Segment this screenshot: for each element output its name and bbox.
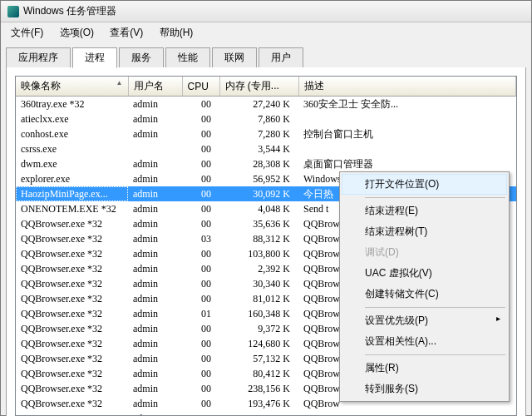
titlebar[interactable]: Windows 任务管理器 [1, 1, 531, 22]
tab-performance[interactable]: 性能 [165, 47, 210, 67]
cell-image: QQBrowser.exe *32 [16, 276, 128, 291]
menu-help[interactable]: 帮助(H) [153, 24, 200, 42]
tab-processes[interactable]: 进程 [72, 47, 117, 68]
cell-mem: 3,544 K [219, 141, 298, 156]
context-menu: 打开文件位置(O) 结束进程(E) 结束进程树(T) 调试(D) UAC 虚拟化… [339, 171, 510, 402]
cell-user: admin [128, 111, 182, 126]
cell-cpu: 00 [182, 396, 219, 411]
cell-mem: 30,340 K [219, 276, 298, 291]
cell-desc [298, 111, 516, 126]
menu-end-process-tree[interactable]: 结束进程树(T) [342, 221, 507, 242]
cell-mem: 28,308 K [219, 156, 298, 171]
cell-mem: 80,412 K [219, 366, 298, 381]
cell-user: admin [128, 291, 182, 306]
cell-user: admin [128, 261, 182, 276]
cell-user: admin [128, 411, 182, 416]
cell-user: admin [128, 306, 182, 321]
table-row[interactable]: conhost.exeadmin007,280 K控制台窗口主机 [16, 126, 516, 141]
cell-image: explorer.exe [16, 171, 128, 186]
menubar: 文件(F) 选项(O) 查看(V) 帮助(H) [1, 22, 531, 43]
cell-mem: 27,240 K [219, 97, 298, 112]
cell-image: QQBrowser.exe *32 [16, 216, 128, 231]
menu-create-dump[interactable]: 创建转储文件(C) [342, 284, 507, 305]
cell-cpu: 00 [182, 366, 219, 381]
cell-mem: 160,348 K [219, 306, 298, 321]
menu-file[interactable]: 文件(F) [4, 24, 50, 42]
menu-view[interactable]: 查看(V) [103, 24, 150, 42]
tab-services[interactable]: 服务 [119, 47, 164, 67]
tab-networking[interactable]: 联网 [212, 47, 257, 67]
menu-options[interactable]: 选项(O) [53, 24, 101, 42]
menu-separator [365, 354, 505, 355]
menu-goto-service[interactable]: 转到服务(S) [342, 379, 507, 399]
cell-image: QQBrowser.exe *32 [16, 411, 128, 416]
tab-applications[interactable]: 应用程序 [6, 47, 71, 67]
menu-set-priority[interactable]: 设置优先级(P) [342, 310, 507, 331]
cell-image: QQBrowser.exe *32 [16, 306, 128, 321]
cell-mem: 238,156 K [219, 381, 298, 396]
menu-properties[interactable]: 属性(R) [342, 358, 507, 379]
cell-user: admin [128, 156, 182, 171]
cell-image: QQBrowser.exe *32 [16, 396, 128, 411]
cell-image: atieclxx.exe [16, 111, 128, 126]
tab-users[interactable]: 用户 [259, 47, 303, 67]
cell-mem: 124,680 K [219, 336, 298, 351]
cell-user: admin [128, 186, 182, 201]
cell-cpu: 00 [182, 171, 219, 186]
cell-cpu: 00 [182, 111, 219, 126]
table-header-row: 映像名称 用户名 CPU 内存 (专用... 描述 [16, 77, 516, 97]
cell-image: QQBrowser.exe *32 [16, 291, 128, 306]
cell-cpu: 00 [182, 186, 219, 201]
cell-cpu: 00 [182, 141, 219, 156]
cell-user: admin [128, 351, 182, 366]
table-row[interactable]: QQBrowser.exe *32admin00118,764 KQQBrow [16, 411, 516, 416]
table-row[interactable]: 360tray.exe *32admin0027,240 K360安全卫士 安全… [16, 97, 516, 112]
col-image-name[interactable]: 映像名称 [16, 77, 128, 97]
cell-image: QQBrowser.exe *32 [16, 261, 128, 276]
cell-image: QQBrowser.exe *32 [16, 336, 128, 351]
cell-cpu: 03 [182, 231, 219, 246]
menu-uac-virtualization[interactable]: UAC 虚拟化(V) [342, 263, 507, 284]
tabstrip: 应用程序 进程 服务 性能 联网 用户 [6, 47, 526, 68]
cell-image: QQBrowser.exe *32 [16, 351, 128, 366]
cell-cpu: 00 [182, 381, 219, 396]
cell-user: admin [128, 366, 182, 381]
table-row[interactable]: dwm.exeadmin0028,308 K桌面窗口管理器 [16, 156, 516, 171]
app-icon [7, 6, 19, 17]
col-user[interactable]: 用户名 [128, 77, 182, 97]
cell-cpu: 00 [182, 336, 219, 351]
cell-desc: QQBrow [298, 411, 516, 416]
cell-image: QQBrowser.exe *32 [16, 366, 128, 381]
cell-cpu: 00 [182, 97, 219, 112]
cell-cpu: 01 [182, 306, 219, 321]
cell-image: csrss.exe [16, 141, 128, 156]
table-row[interactable]: csrss.exe003,544 K [16, 141, 516, 156]
cell-mem: 4,048 K [219, 201, 298, 216]
cell-mem: 118,764 K [219, 411, 298, 416]
cell-mem: 35,636 K [219, 216, 298, 231]
col-memory[interactable]: 内存 (专用... [219, 77, 298, 97]
cell-cpu: 00 [182, 276, 219, 291]
table-row[interactable]: atieclxx.exeadmin007,860 K [16, 111, 516, 126]
cell-cpu: 00 [182, 351, 219, 366]
menu-set-affinity[interactable]: 设置相关性(A)... [342, 331, 507, 352]
menu-separator [365, 307, 505, 308]
cell-cpu: 00 [182, 291, 219, 306]
cell-user: admin [128, 126, 182, 141]
cell-cpu: 00 [182, 411, 219, 416]
cell-user: admin [128, 381, 182, 396]
cell-cpu: 00 [182, 216, 219, 231]
col-description[interactable]: 描述 [298, 77, 516, 97]
cell-user: admin [128, 231, 182, 246]
cell-cpu: 00 [182, 261, 219, 276]
cell-mem: 9,372 K [219, 321, 298, 336]
cell-mem: 57,132 K [219, 351, 298, 366]
menu-open-file-location[interactable]: 打开文件位置(O) [342, 174, 507, 195]
cell-mem: 56,952 K [219, 171, 298, 186]
cell-desc [298, 141, 516, 156]
col-cpu[interactable]: CPU [182, 77, 219, 97]
cell-desc: 360安全卫士 安全防... [298, 97, 516, 112]
cell-mem: 88,312 K [219, 231, 298, 246]
cell-image: HaozipMiniPage.ex... [16, 186, 128, 201]
menu-end-process[interactable]: 结束进程(E) [342, 201, 507, 221]
